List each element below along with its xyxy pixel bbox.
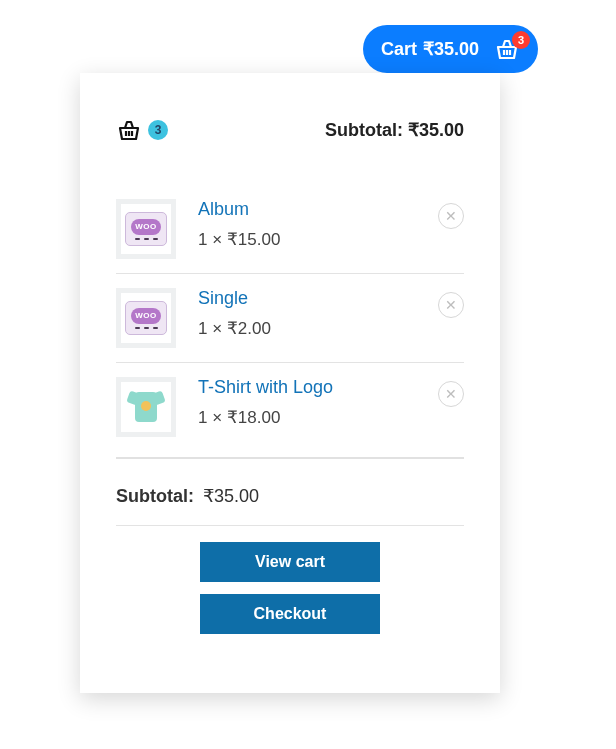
basket-icon	[116, 119, 142, 141]
subtotal-label: Subtotal:	[325, 120, 403, 140]
product-quantity-price: 1 × ₹2.00	[198, 318, 438, 339]
product-title-link[interactable]: Album	[198, 199, 438, 221]
product-thumbnail[interactable]: WOO	[116, 288, 176, 348]
product-quantity-price: 1 × ₹18.00	[198, 407, 438, 428]
close-icon: ✕	[445, 387, 457, 401]
subtotal-label: Subtotal:	[116, 486, 194, 506]
cart-label: Cart	[381, 39, 417, 60]
view-cart-button[interactable]: View cart	[200, 542, 380, 582]
cart-item-count: 3	[148, 120, 168, 140]
product-thumbnail[interactable]	[116, 377, 176, 437]
product-thumbnail[interactable]: WOO	[116, 199, 176, 259]
subtotal-amount: ₹35.00	[203, 486, 259, 506]
cart-item-row: T-Shirt with Logo1 × ₹18.00✕	[116, 362, 464, 451]
cart-count-badge: 3	[512, 31, 530, 49]
product-quantity-price: 1 × ₹15.00	[198, 229, 438, 250]
close-icon: ✕	[445, 298, 457, 312]
close-icon: ✕	[445, 209, 457, 223]
remove-item-button[interactable]: ✕	[438, 381, 464, 407]
cart-summary-button[interactable]: Cart ₹35.00 3	[363, 25, 538, 73]
cart-item-row: WOOSingle1 × ₹2.00✕	[116, 273, 464, 362]
basket-icon: 3	[494, 38, 520, 60]
checkout-button[interactable]: Checkout	[200, 594, 380, 634]
remove-item-button[interactable]: ✕	[438, 203, 464, 229]
mini-cart-panel: 3 Subtotal: ₹35.00 WOOAlbum1 × ₹15.00✕WO…	[80, 73, 500, 693]
product-title-link[interactable]: Single	[198, 288, 438, 310]
cart-amount: ₹35.00	[423, 38, 479, 60]
product-title-link[interactable]: T-Shirt with Logo	[198, 377, 438, 399]
remove-item-button[interactable]: ✕	[438, 292, 464, 318]
cart-item-row: WOOAlbum1 × ₹15.00✕	[116, 185, 464, 273]
subtotal-amount: ₹35.00	[408, 120, 464, 140]
